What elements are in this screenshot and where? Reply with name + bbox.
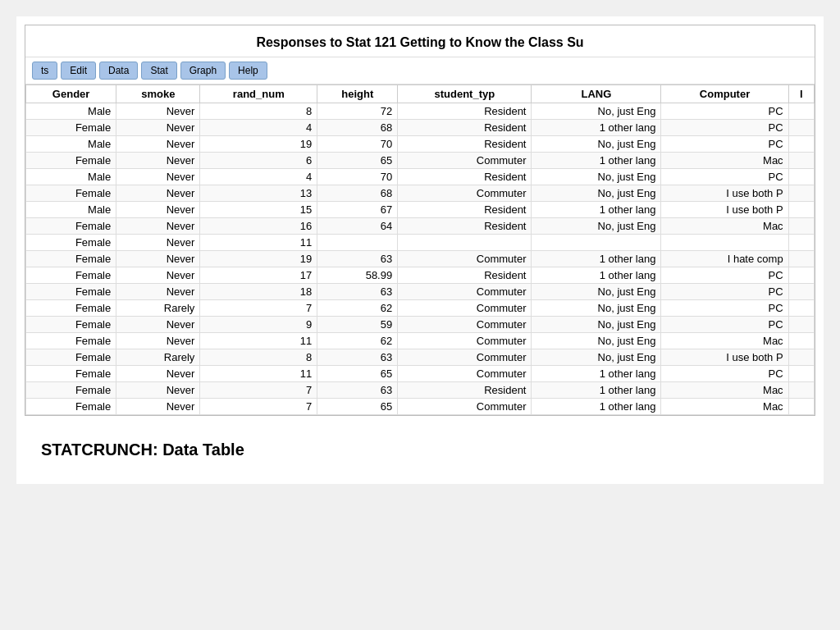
table-row: FemaleNever1162CommuterNo, just EngMac [26,333,815,349]
table-cell: PC [661,120,788,136]
table-cell: Commuter [398,251,532,267]
col-header: smoke [116,85,200,103]
table-cell: I use both P [661,349,788,366]
table-cell: 1 other lang [532,251,661,267]
table-cell: 1 other lang [532,366,661,382]
table-cell: PC [661,317,788,333]
table-cell: No, just Eng [532,185,661,202]
table-cell: 13 [200,185,317,202]
table-cell: Female [26,251,116,267]
table-cell [788,399,814,415]
toolbar-btn-edit[interactable]: Edit [61,62,96,80]
table-cell: PC [661,267,788,284]
data-table-wrapper: Gendersmokerand_numheightstudent_typLANG… [25,84,815,415]
toolbar-btn-stat[interactable]: Stat [141,62,176,80]
table-cell: Female [26,349,116,366]
table-cell: No, just Eng [532,333,661,349]
table-cell: Commuter [398,399,532,415]
table-cell: I use both P [661,185,788,202]
table-cell [788,202,814,218]
table-cell: 70 [317,169,398,185]
table-cell: Mac [661,382,788,399]
table-cell: Never [116,251,200,267]
table-cell: Mac [661,153,788,169]
table-cell: I use both P [661,202,788,218]
table-cell: Female [26,218,116,235]
table-cell: Resident [398,103,532,120]
table-cell: Never [116,399,200,415]
toolbar-btn-help[interactable]: Help [229,62,267,80]
table-row: FemaleNever665Commuter1 other langMac [26,153,815,169]
table-cell: Female [26,382,116,399]
table-cell: 59 [317,317,398,333]
table-cell: 11 [200,235,317,251]
table-cell: 1 other lang [532,399,661,415]
table-row: FemaleNever1165Commuter1 other langPC [26,366,815,382]
table-cell: Female [26,366,116,382]
table-cell: Never [116,136,200,153]
table-cell: 7 [200,382,317,399]
table-cell: Commuter [398,300,532,317]
table-cell: 7 [200,399,317,415]
table-cell: 4 [200,169,317,185]
table-cell: Male [26,202,116,218]
table-cell: No, just Eng [532,136,661,153]
table-cell [788,235,814,251]
table-cell: 63 [317,382,398,399]
table-cell: 19 [200,251,317,267]
table-cell: 1 other lang [532,202,661,218]
table-row: MaleNever470ResidentNo, just EngPC [26,169,815,185]
table-cell: PC [661,136,788,153]
table-row: FemaleRarely762CommuterNo, just EngPC [26,300,815,317]
table-cell: 1 other lang [532,153,661,169]
table-cell: No, just Eng [532,103,661,120]
table-row: MaleNever1567Resident1 other langI use b… [26,202,815,218]
table-cell [788,284,814,300]
table-row: FemaleNever763Resident1 other langMac [26,382,815,399]
table-cell: Resident [398,382,532,399]
table-cell: Female [26,399,116,415]
table-cell: Rarely [116,300,200,317]
table-cell: 64 [317,218,398,235]
table-cell: 19 [200,136,317,153]
toolbar-btn-data[interactable]: Data [99,62,138,80]
table-cell: Never [116,317,200,333]
table-row: FemaleNever959CommuterNo, just EngPC [26,317,815,333]
table-cell: Female [26,267,116,284]
table-cell [788,120,814,136]
table-cell [788,267,814,284]
table-cell [788,218,814,235]
table-cell: Mac [661,399,788,415]
table-cell: PC [661,300,788,317]
table-cell: Commuter [398,185,532,202]
table-cell: 8 [200,103,317,120]
table-cell: 4 [200,120,317,136]
table-cell: 65 [317,153,398,169]
table-cell: 6 [200,153,317,169]
data-table: Gendersmokerand_numheightstudent_typLANG… [25,84,815,415]
table-row: FemaleNever1963Commuter1 other langI hat… [26,251,815,267]
table-cell [788,103,814,120]
table-cell: 70 [317,136,398,153]
table-cell [788,333,814,349]
table-cell: 11 [200,366,317,382]
table-cell: Mac [661,333,788,349]
table-cell: Rarely [116,349,200,366]
table-cell: No, just Eng [532,284,661,300]
table-cell [317,235,398,251]
table-cell: Female [26,284,116,300]
col-header: height [317,85,398,103]
table-cell: Resident [398,267,532,284]
table-cell: Commuter [398,333,532,349]
table-cell: 16 [200,218,317,235]
table-cell: Male [26,136,116,153]
table-cell: Never [116,284,200,300]
col-header: Gender [26,85,116,103]
toolbar-btn-ts[interactable]: ts [32,62,57,80]
table-cell [788,136,814,153]
table-cell: 58.99 [317,267,398,284]
table-cell: PC [661,169,788,185]
toolbar-btn-graph[interactable]: Graph [180,62,226,80]
table-cell [788,317,814,333]
table-cell: PC [661,366,788,382]
